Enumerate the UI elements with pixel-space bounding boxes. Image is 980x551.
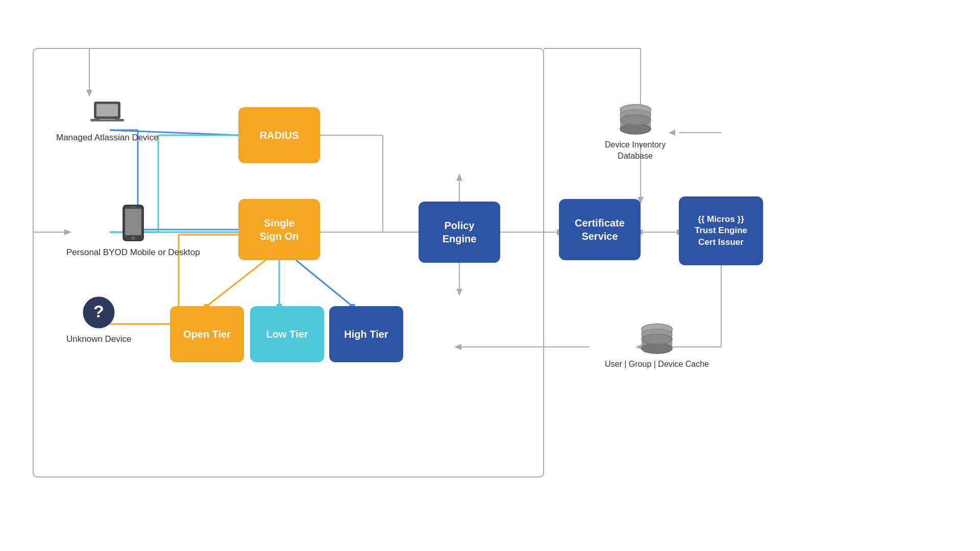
svg-rect-56 [125, 209, 141, 235]
svg-text:?: ? [93, 302, 104, 321]
device-inventory-db: Device InventoryDatabase [605, 102, 666, 162]
unknown-device: ? Unknown Device [66, 296, 132, 345]
svg-marker-48 [86, 90, 92, 97]
svg-point-66 [620, 115, 651, 125]
svg-line-20 [207, 260, 265, 306]
open-tier-node: Open Tier [170, 306, 244, 362]
trust-engine-node: {{ Micros }}Trust EngineCert Issuer [679, 196, 763, 265]
radius-node: RADIUS [238, 107, 320, 163]
svg-point-63 [620, 124, 651, 134]
high-tier-node: High Tier [329, 306, 403, 362]
sso-node: SingleSign On [238, 199, 320, 260]
policy-engine-node: PolicyEngine [419, 202, 500, 263]
connection-lines [0, 0, 980, 551]
cache-label: User | Group | Device Cache [605, 359, 709, 370]
svg-point-57 [131, 237, 135, 240]
svg-rect-58 [130, 207, 137, 208]
svg-point-72 [642, 334, 672, 344]
svg-marker-27 [456, 289, 462, 296]
diagram: RADIUS SingleSign On Open Tier Low Tier … [0, 0, 980, 551]
byod-device: Personal BYOD Mobile or Desktop [66, 204, 200, 259]
svg-point-69 [642, 343, 672, 354]
certificate-service-node: CertificateService [559, 199, 641, 260]
managed-device: Managed Atlassian Device [56, 97, 158, 144]
svg-rect-54 [100, 119, 115, 120]
svg-marker-29 [456, 173, 462, 181]
device-inventory-label: Device InventoryDatabase [605, 139, 666, 162]
svg-marker-38 [669, 130, 675, 136]
user-group-device-cache: User | Group | Device Cache [605, 321, 709, 370]
svg-marker-46 [454, 344, 461, 350]
svg-rect-52 [96, 104, 118, 116]
svg-line-24 [296, 260, 352, 306]
low-tier-node: Low Tier [250, 306, 324, 362]
